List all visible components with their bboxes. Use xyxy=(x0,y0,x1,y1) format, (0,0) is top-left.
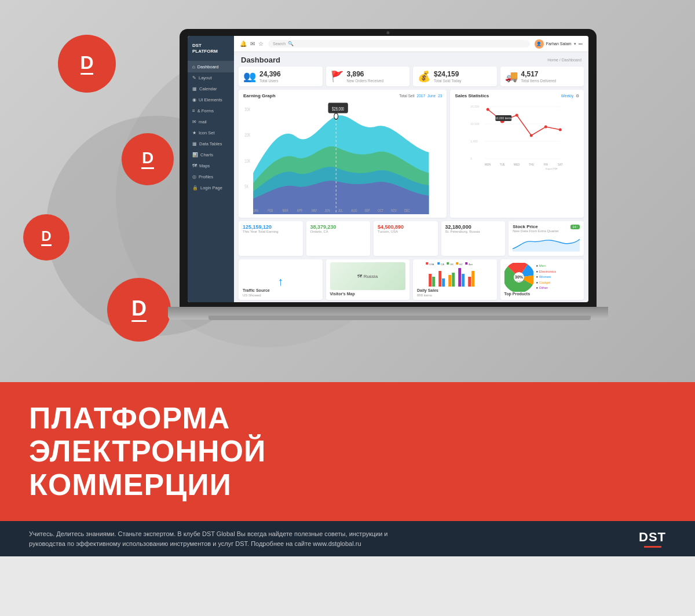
logo-circle-2: D xyxy=(122,133,174,185)
svg-text:Total Items: Total Items xyxy=(513,280,524,283)
promo-line-3: КОММЕРЦИИ xyxy=(29,468,666,501)
sidebar-item-datatables[interactable]: ▦ Data Tables xyxy=(188,138,234,149)
user-menu-icon[interactable]: ▾ xyxy=(574,42,576,46)
svg-text:SAT: SAT xyxy=(558,163,563,166)
stat-value-orders: 3,896 xyxy=(347,70,384,78)
loc-label-1: This Year Total Earning xyxy=(243,230,299,233)
traffic-source-card: ↑ Traffic Source US Showed xyxy=(239,259,323,300)
delivery-icon: 🚚 xyxy=(505,70,518,83)
earning-graph-area: 30K 20K 10K 5K xyxy=(243,101,442,214)
avatar: 👤 xyxy=(535,39,544,49)
ctrl-year[interactable]: 2017 xyxy=(417,94,425,98)
svg-text:MON: MON xyxy=(485,163,491,166)
settings-icon[interactable]: ⚙ xyxy=(576,94,579,98)
sidebar-item-dashboard[interactable]: ⌂ Dashboard xyxy=(188,61,234,72)
sidebar-item-calendar[interactable]: ▦ Calendar xyxy=(188,83,234,94)
sidebar-item-login[interactable]: 🔒 Login Page xyxy=(188,182,234,193)
sidebar-item-layout[interactable]: ✎ Layout xyxy=(188,72,234,83)
svg-text:WED: WED xyxy=(514,163,520,166)
visitors-map-card: 🗺 Russia Visitor's Map xyxy=(326,259,410,300)
logo-line-2 xyxy=(141,167,154,169)
footer-logo: DST xyxy=(639,530,666,548)
logo-letter-4: D xyxy=(131,298,147,319)
sidebar-brand-subtitle: PLATFORM xyxy=(192,49,229,54)
mail-icon-top[interactable]: ✉ xyxy=(250,41,255,47)
svg-rect-45 xyxy=(437,262,440,265)
sales-chart-area: 20,000 10,000 1,000 0 xyxy=(455,101,579,214)
svg-text:JAN: JAN xyxy=(253,208,258,212)
location-card-2: 38,379,230 Ontario, CA xyxy=(306,221,371,256)
footer-line-1: Учитесь. Делитесь знаниями. Станьте эксп… xyxy=(29,529,621,539)
earning-controls: Total Sell 2017 June 23 xyxy=(399,94,442,98)
page-title: Dashboard xyxy=(241,56,280,64)
ctrl-month[interactable]: June xyxy=(427,94,436,98)
sales-header: Sales Statistics Weekly ⚙ xyxy=(455,93,579,98)
sidebar-logo: DST PLATFORM xyxy=(188,39,234,61)
topbar-icons: 🔔 ✉ ☆ xyxy=(240,41,264,47)
logo-circle-3: D xyxy=(23,214,70,261)
sidebar-item-charts[interactable]: 📊 Charts xyxy=(188,149,234,160)
search-placeholder: Search xyxy=(273,42,286,46)
promo-line-2: ЭЛЕКТРОННОЙ xyxy=(29,435,666,468)
sidebar-label-dashboard: Dashboard xyxy=(197,64,219,69)
stock-subtitle: New Data From Extra Quarter xyxy=(513,229,580,233)
mail-icon: ✉ xyxy=(192,119,196,124)
earning-graph-card: Earning Graph Total Sell 2017 June 23 xyxy=(239,90,447,218)
ctrl-total-sell[interactable]: Total Sell xyxy=(399,94,414,98)
stats-row: 👥 24,396 Total Users 🚩 3,896 xyxy=(234,67,588,90)
stat-card-users: 👥 24,396 Total Users xyxy=(239,67,323,86)
svg-point-34 xyxy=(544,126,547,129)
star-icon-top[interactable]: ☆ xyxy=(258,41,264,47)
loc-label-2: Ontario, CA xyxy=(310,230,367,233)
daily-sales-chart: USA CA UK NZ Aus xyxy=(417,262,493,288)
svg-rect-55 xyxy=(438,271,441,287)
top-products-donut: 30% Total Items xyxy=(504,263,533,292)
bell-icon[interactable]: 🔔 xyxy=(240,41,247,47)
svg-text:MAR: MAR xyxy=(283,208,289,212)
more-icon[interactable]: ••• xyxy=(579,42,583,46)
user-name: Farhan Salam xyxy=(546,42,572,46)
sidebar-item-forms[interactable]: ≡ & Forms xyxy=(188,105,234,116)
svg-text:20,000: 20,000 xyxy=(471,105,480,108)
svg-text:CA: CA xyxy=(441,263,444,266)
ctrl-day[interactable]: 23 xyxy=(438,94,442,98)
svg-text:UK: UK xyxy=(450,263,453,266)
svg-point-32 xyxy=(515,114,518,117)
sidebar-item-mail[interactable]: ✉ mail xyxy=(188,116,234,127)
sidebar-item-ui[interactable]: ◉ UI Elements xyxy=(188,94,234,105)
promo-section: ПЛАТФОРМА ЭЛЕКТРОННОЙ КОММЕРЦИИ xyxy=(0,382,695,521)
sidebar-item-profiles[interactable]: ◎ Profiles xyxy=(188,171,234,182)
footer-logo-text: DST xyxy=(639,530,666,545)
stat-card-delivered: 🚚 4,517 Total Items Delivered xyxy=(500,67,584,86)
page-header: Dashboard Home / Dashboard xyxy=(234,52,588,67)
login-icon: 🔒 xyxy=(192,185,198,190)
footer-text: Учитесь. Делитесь знаниями. Станьте эксп… xyxy=(29,529,621,548)
ui-icon: ◉ xyxy=(192,97,196,102)
sidebar-item-iconset[interactable]: ★ Icon Set xyxy=(188,127,234,138)
svg-text:20K: 20K xyxy=(244,132,250,138)
stock-badge: 34↑ xyxy=(570,225,580,229)
bottom-row: 125,159,120 This Year Total Earning 38,3… xyxy=(234,221,588,259)
svg-rect-54 xyxy=(432,277,435,287)
tooltip-value: $28,000 xyxy=(332,106,344,112)
laptop-screen: DST PLATFORM ⌂ Dashboard ✎ Layout ▦ xyxy=(188,36,588,302)
search-bar[interactable]: Search 🔍 xyxy=(268,40,530,47)
svg-rect-56 xyxy=(442,278,445,287)
stock-sparkline xyxy=(513,234,580,252)
footer-logo-line xyxy=(644,546,661,548)
logo-circle-1: D xyxy=(58,35,116,93)
loc-value-1: 125,159,120 xyxy=(243,224,299,230)
sales-period[interactable]: Weekly xyxy=(561,94,573,98)
location-card-4: 32,180,000 St. Petersburg, Russia xyxy=(441,221,506,256)
svg-rect-62 xyxy=(471,271,474,287)
dashboard-ui: DST PLATFORM ⌂ Dashboard ✎ Layout ▦ xyxy=(188,36,588,302)
loc-value-4: 32,180,000 xyxy=(445,224,502,230)
upper-area: D D D D DST PLATFORM xyxy=(0,0,695,382)
sidebar-label-forms: & Forms xyxy=(197,108,214,113)
icon-set-icon: ★ xyxy=(192,130,196,135)
earning-chart-header: Earning Graph Total Sell 2017 June 23 xyxy=(243,93,442,98)
svg-rect-53 xyxy=(429,274,431,287)
sidebar-item-maps[interactable]: 🗺 Maps xyxy=(188,160,234,171)
stat-value-users: 24,396 xyxy=(259,70,281,78)
svg-text:0: 0 xyxy=(471,157,473,160)
